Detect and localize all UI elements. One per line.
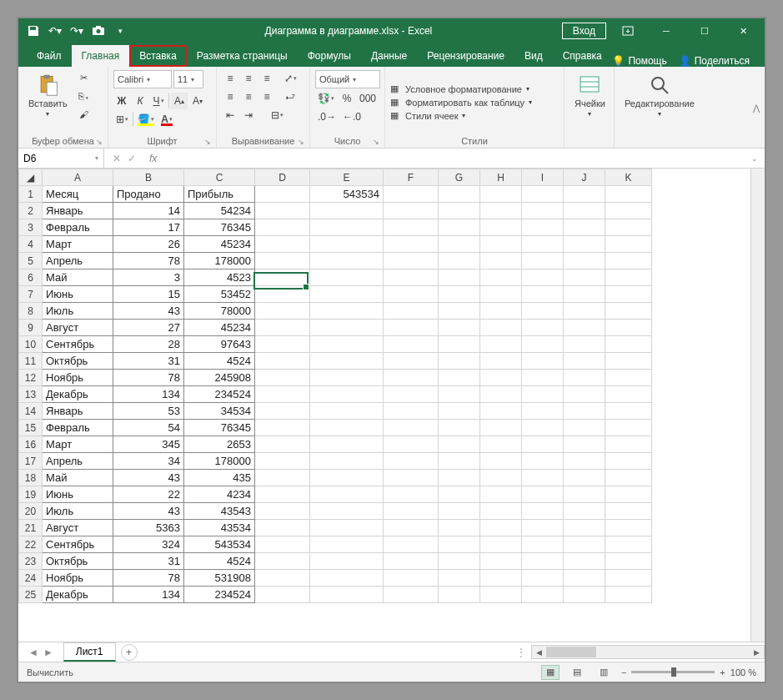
cell[interactable]	[384, 587, 439, 603]
cell[interactable]: 4523	[184, 269, 255, 286]
row-header[interactable]: 6	[19, 269, 43, 286]
row-header[interactable]: 10	[19, 336, 43, 353]
cell[interactable]	[564, 553, 605, 570]
cell[interactable]	[480, 503, 522, 520]
cell[interactable]: Декабрь	[43, 386, 113, 403]
cell[interactable]	[564, 403, 605, 420]
cell[interactable]	[564, 269, 605, 286]
zoomin-button[interactable]: +	[720, 667, 725, 677]
row-header[interactable]: 2	[19, 203, 43, 219]
cell[interactable]	[605, 353, 652, 370]
tab-data[interactable]: Данные	[361, 45, 417, 67]
cell[interactable]	[255, 470, 310, 486]
cell[interactable]	[439, 486, 480, 503]
row-header[interactable]: 7	[19, 286, 43, 303]
row-header[interactable]: 13	[19, 386, 43, 403]
cell[interactable]	[522, 336, 564, 353]
cell[interactable]	[310, 436, 384, 453]
cell[interactable]	[439, 470, 480, 486]
decdecimal-button[interactable]: ←.0	[340, 108, 364, 125]
zoom-level[interactable]: 100 %	[730, 667, 756, 677]
cell[interactable]: 34	[113, 453, 184, 470]
redo-icon[interactable]: ↷▾	[70, 24, 83, 38]
cell[interactable]: 17	[113, 219, 184, 236]
cell[interactable]	[564, 470, 605, 486]
cell[interactable]	[522, 553, 564, 570]
cell[interactable]	[384, 436, 439, 453]
cellstyles-button[interactable]: ▦Стили ячеек▾	[390, 110, 465, 121]
cell[interactable]	[384, 403, 439, 420]
cell[interactable]	[522, 303, 564, 320]
align-dialog-icon[interactable]: ↘	[298, 138, 304, 146]
decindent-button[interactable]: ⇤	[222, 107, 238, 123]
cell[interactable]	[480, 253, 522, 269]
cell[interactable]	[439, 386, 480, 403]
cell[interactable]	[439, 587, 480, 603]
cell[interactable]	[480, 320, 522, 336]
cell[interactable]	[564, 536, 605, 553]
minimize-button[interactable]: ─	[650, 18, 683, 43]
tellme-button[interactable]: 💡 Помощь	[612, 55, 666, 67]
sheet-tab[interactable]: Лист1	[63, 642, 116, 662]
cell[interactable]	[439, 219, 480, 236]
row-header[interactable]: 3	[19, 219, 43, 236]
sheet-nav-first-icon[interactable]: ◄	[27, 647, 40, 658]
comma-button[interactable]: 000	[357, 90, 379, 107]
col-header[interactable]: D	[255, 169, 310, 186]
cell[interactable]: Месяц	[43, 186, 113, 203]
cell[interactable]	[605, 203, 652, 219]
cell[interactable]	[255, 203, 310, 219]
cell[interactable]: Июль	[43, 303, 113, 320]
cell[interactable]: 34534	[184, 403, 255, 420]
cell[interactable]	[310, 536, 384, 553]
cell[interactable]	[255, 453, 310, 470]
orientation-button[interactable]: ⤢▾	[282, 70, 299, 87]
cells-button[interactable]: Ячейки▾	[570, 70, 610, 121]
cell[interactable]: 54	[113, 420, 184, 436]
cell[interactable]	[480, 269, 522, 286]
cell[interactable]	[522, 253, 564, 269]
cell[interactable]	[522, 520, 564, 536]
cell[interactable]	[522, 536, 564, 553]
sheet-nav-last-icon[interactable]: ►	[42, 647, 55, 658]
cell[interactable]	[255, 303, 310, 320]
cell[interactable]	[310, 403, 384, 420]
cell[interactable]	[480, 203, 522, 219]
cell[interactable]: Март	[43, 236, 113, 253]
share-button[interactable]: 👤 Поделиться	[679, 55, 750, 67]
cell[interactable]	[480, 520, 522, 536]
italic-button[interactable]: К	[132, 93, 148, 109]
cell[interactable]	[522, 370, 564, 386]
borders-button[interactable]: ⊞▾	[113, 111, 131, 128]
cell[interactable]	[255, 486, 310, 503]
cell[interactable]	[605, 403, 652, 420]
cell[interactable]	[522, 436, 564, 453]
numberformat-select[interactable]: Общий▾	[315, 70, 380, 88]
cell[interactable]	[439, 420, 480, 436]
cell[interactable]: 435	[184, 470, 255, 486]
cell[interactable]: 31	[113, 553, 184, 570]
cut-button[interactable]: ✂	[76, 70, 93, 85]
cell[interactable]	[255, 219, 310, 236]
cell[interactable]	[522, 203, 564, 219]
row-header[interactable]: 18	[19, 470, 43, 486]
cell[interactable]	[439, 453, 480, 470]
cell[interactable]	[605, 503, 652, 520]
cell[interactable]: Декабрь	[43, 587, 113, 603]
cell[interactable]	[310, 503, 384, 520]
row-header[interactable]: 22	[19, 536, 43, 553]
cell[interactable]	[439, 320, 480, 336]
formatpainter-button[interactable]: 🖌	[76, 107, 93, 122]
cell[interactable]	[439, 436, 480, 453]
cell[interactable]	[439, 253, 480, 269]
cell[interactable]	[480, 370, 522, 386]
cell[interactable]	[564, 386, 605, 403]
row-header[interactable]: 21	[19, 520, 43, 536]
formattable-button[interactable]: ▦Форматировать как таблицу▾	[390, 97, 532, 108]
col-header[interactable]: B	[113, 169, 184, 186]
cell[interactable]: Май	[43, 269, 113, 286]
pagelayout-button[interactable]: ▤	[568, 665, 586, 680]
cell[interactable]: 245908	[184, 370, 255, 386]
cell[interactable]: 43	[113, 470, 184, 486]
cell[interactable]	[384, 336, 439, 353]
